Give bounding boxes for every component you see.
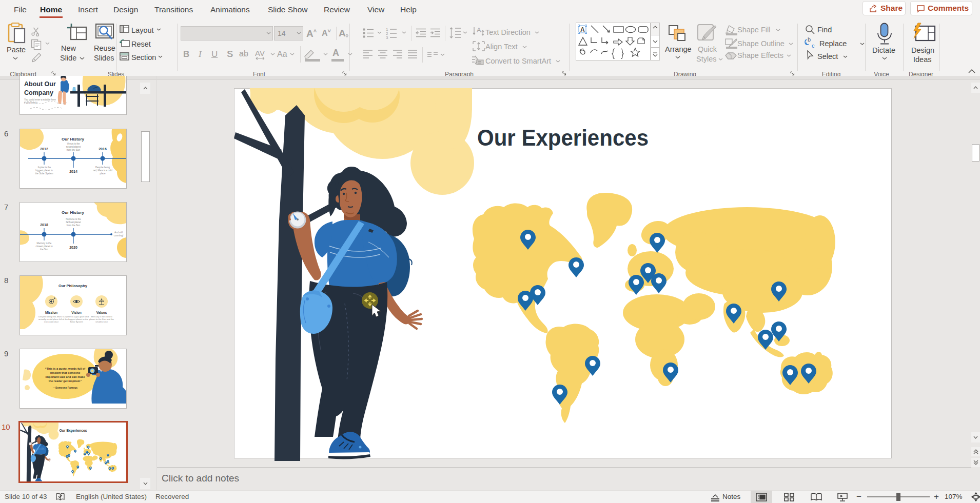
svg-text:2012: 2012 — [40, 147, 48, 151]
svg-text:Our History: Our History — [62, 210, 85, 215]
svg-text:if you need it: if you need it — [24, 102, 38, 104]
svg-text:from the Sun: from the Sun — [67, 149, 81, 151]
svg-text:red, Mars is a cold: red, Mars is a cold — [93, 169, 112, 172]
svg-text:Jupiter is the: Jupiter is the — [37, 166, 51, 169]
svg-text:the Solar System: the Solar System — [35, 172, 53, 175]
svg-text:counting!: counting! — [114, 234, 124, 237]
svg-text:Values: Values — [96, 311, 107, 314]
svg-text:Our Philosophy: Our Philosophy — [58, 284, 88, 288]
svg-text:AV: AV — [255, 49, 265, 57]
svg-text:the reader get inspired.”: the reader get inspired.” — [49, 379, 82, 383]
svg-text:Despite being: Despite being — [95, 166, 110, 169]
svg-text:closest planet to: closest planet to — [35, 245, 53, 248]
svg-text:You could enter a subtitle her: You could enter a subtitle here — [24, 98, 56, 101]
svg-text:smallest one: smallest one — [95, 320, 108, 323]
svg-text:Venus is the: Venus is the — [67, 143, 80, 145]
svg-text:farthest planet: farthest planet — [66, 221, 81, 224]
svg-text:from the Sun: from the Sun — [67, 224, 81, 227]
svg-text:And still: And still — [114, 231, 123, 234]
svg-text:Solar System: Solar System — [70, 320, 83, 323]
svg-text:b: b — [808, 36, 811, 43]
svg-text:Company: Company — [24, 89, 53, 96]
svg-text:About Our: About Our — [24, 81, 56, 88]
svg-text:Neptune is the: Neptune is the — [66, 218, 81, 220]
svg-text:3: 3 — [386, 35, 388, 39]
svg-text:Our History: Our History — [62, 137, 85, 142]
svg-text:important said and can make: important said and can make — [45, 375, 85, 378]
svg-text:2020: 2020 — [69, 246, 77, 249]
svg-text:A: A — [477, 26, 481, 34]
svg-text:2014: 2014 — [69, 170, 77, 173]
svg-text:second planet: second planet — [66, 146, 81, 148]
svg-text:2018: 2018 — [40, 223, 48, 227]
svg-text:c: c — [812, 43, 815, 49]
svg-text:Vision: Vision — [71, 311, 81, 314]
svg-text:wisdom that someone: wisdom that someone — [50, 371, 81, 374]
svg-text:—Someone Famous: —Someone Famous — [53, 386, 77, 389]
svg-text:“This is a quote, words full o: “This is a quote, words full of — [45, 367, 85, 370]
svg-text:biggest planet in: biggest planet in — [35, 169, 53, 172]
svg-text:Mercury is the: Mercury is the — [37, 242, 52, 245]
svg-text:2016: 2016 — [99, 147, 107, 151]
svg-text:Mission: Mission — [45, 311, 57, 314]
svg-text:the Sun: the Sun — [40, 248, 48, 251]
svg-text:place: place — [100, 172, 106, 175]
svg-text:Our Experiences: Our Experiences — [477, 125, 649, 151]
svg-text:A: A — [580, 26, 585, 33]
svg-text:iron oxide dust: iron oxide dust — [44, 320, 59, 323]
